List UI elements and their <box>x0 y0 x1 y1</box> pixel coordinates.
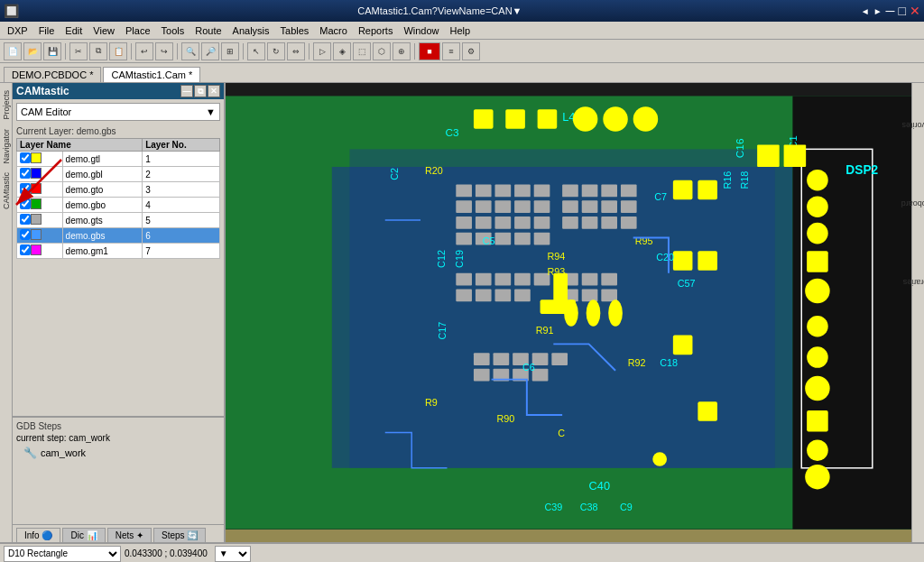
layer-checkbox-demo.gbo[interactable] <box>20 198 31 209</box>
canvas-area[interactable]: L4 C3 DSP2 C16 C1 R18 R16 <box>226 83 911 542</box>
tb-mirror[interactable]: ⇔ <box>287 42 305 60</box>
layer-row-demo.gbl[interactable]: demo.gbl2 <box>17 167 220 182</box>
svg-text:R91: R91 <box>536 325 554 336</box>
btab-info[interactable]: Info 🔵 <box>16 528 60 542</box>
shape-type-select[interactable]: D10 Rectangle <box>4 546 121 562</box>
layer-checkbox-demo.gts[interactable] <box>20 214 31 225</box>
tab-projects[interactable]: Projects <box>1 87 12 124</box>
menu-item-tables[interactable]: Tables <box>275 24 315 37</box>
nav-fwd[interactable]: ► <box>873 6 882 16</box>
tb-new[interactable]: 📄 <box>4 42 22 60</box>
minimize-btn[interactable]: ─ <box>886 4 895 18</box>
layer-row-demo.gto[interactable]: demo.gto3 <box>17 182 220 198</box>
tb-extra3[interactable]: ⬚ <box>353 42 371 60</box>
layer-checkbox-demo.gm1[interactable] <box>20 244 31 255</box>
menu-item-file[interactable]: File <box>33 24 60 37</box>
left-tabs: Projects Navigator CAMtastic <box>0 83 13 542</box>
tb-redo[interactable]: ↪ <box>155 42 173 60</box>
tab-camtastic[interactable]: CAMtastic1.Cam * <box>103 67 200 82</box>
svg-rect-97 <box>673 251 693 271</box>
tab-clipboard[interactable]: Clipboard <box>897 198 924 209</box>
layer-checkbox-demo.gto[interactable] <box>20 183 31 194</box>
svg-rect-69 <box>514 273 531 286</box>
layer-color-swatch-demo.gts <box>31 214 42 225</box>
tb-extra4[interactable]: ⬡ <box>373 42 391 60</box>
tb-rotate[interactable]: ↻ <box>267 42 285 60</box>
svg-rect-59 <box>582 200 598 213</box>
svg-text:C5: C5 <box>483 235 495 246</box>
svg-rect-100 <box>698 401 717 421</box>
shape-extra-select[interactable]: ▼ <box>215 546 251 562</box>
tb-extra5[interactable]: ⊕ <box>393 42 411 60</box>
panel-close-btn[interactable]: ✕ <box>208 85 220 97</box>
maximize-btn[interactable]: □ <box>899 4 906 18</box>
layer-checkbox-demo.gbl[interactable] <box>20 168 31 179</box>
tab-navigator[interactable]: Navigator <box>1 125 12 168</box>
tb-copy[interactable]: ⧉ <box>89 42 107 60</box>
menu-item-help[interactable]: Help <box>445 24 476 37</box>
svg-point-94 <box>608 299 623 326</box>
tab-camtastic-side[interactable]: CAMtastic <box>1 169 12 213</box>
layer-checkbox-demo.gtl[interactable] <box>20 152 31 163</box>
toolbars: 📄 📂 💾 ✂ ⧉ 📋 ↩ ↪ 🔍 🔎 ⊞ ↖ ↻ ⇔ ▷ ◈ ⬚ ⬡ ⊕ ■ … <box>0 40 924 83</box>
gdb-current-step: current step: cam_work <box>16 433 220 443</box>
layer-num-cell-demo.gto: 3 <box>143 182 220 198</box>
menu-item-edit[interactable]: Edit <box>60 24 88 37</box>
tb-undo[interactable]: ↩ <box>135 42 153 60</box>
btab-nets[interactable]: Nets ✦ <box>107 528 152 542</box>
svg-rect-38 <box>534 185 550 198</box>
main-area: Projects Navigator CAMtastic CAMtastic —… <box>0 83 924 542</box>
tb-paste[interactable]: 📋 <box>109 42 127 60</box>
tb-fit[interactable]: ⊞ <box>221 42 239 60</box>
tb-save[interactable]: 💾 <box>43 42 61 60</box>
layer-check-cell-demo.gbs <box>17 228 63 244</box>
menu-item-macro[interactable]: Macro <box>314 24 353 37</box>
layer-spacer <box>13 272 224 417</box>
layer-checkbox-demo.gbs[interactable] <box>20 229 31 240</box>
menu-item-analysis[interactable]: Analysis <box>227 24 275 37</box>
menu-item-route[interactable]: Route <box>189 24 226 37</box>
layer-row-demo.gbo[interactable]: demo.gbo4 <box>17 198 220 213</box>
close-btn[interactable]: ✕ <box>910 4 920 18</box>
nav-back[interactable]: ◄ <box>861 6 870 16</box>
layer-row-demo.gts[interactable]: demo.gts5 <box>17 213 220 228</box>
menu-item-dxp[interactable]: DXP <box>2 24 33 37</box>
tb-extra1[interactable]: ▷ <box>313 42 331 60</box>
svg-rect-51 <box>495 233 512 245</box>
tb-select[interactable]: ↖ <box>247 42 265 60</box>
tb-extra6[interactable]: ■ <box>419 42 440 60</box>
tab-favorites[interactable]: Favorites <box>898 120 924 131</box>
svg-point-28 <box>807 316 828 337</box>
btab-dic[interactable]: Dic 📊 <box>62 528 105 542</box>
panel-minimize-btn[interactable]: — <box>180 85 193 97</box>
menu-item-place[interactable]: Place <box>120 24 156 37</box>
tb-zoom-in[interactable]: 🔍 <box>181 42 199 60</box>
svg-point-25 <box>807 223 828 244</box>
menu-item-reports[interactable]: Reports <box>353 24 399 37</box>
tb-open[interactable]: 📂 <box>23 42 42 60</box>
tb-extra7[interactable]: ≡ <box>442 42 460 60</box>
svg-text:R16: R16 <box>722 171 733 189</box>
right-strip: Favorites Clipboard Libraries <box>911 83 924 542</box>
tb-extra2[interactable]: ◈ <box>333 42 351 60</box>
svg-point-20 <box>633 106 658 131</box>
svg-text:C18: C18 <box>660 357 678 368</box>
gdb-item-cam-work[interactable]: 🔧 cam_work <box>23 447 220 459</box>
menu-item-window[interactable]: Window <box>398 24 444 37</box>
tb-cut[interactable]: ✂ <box>69 42 88 60</box>
layer-row-demo.gtl[interactable]: demo.gtl1 <box>17 152 220 167</box>
layer-row-demo.gbs[interactable]: demo.gbs6 <box>17 228 220 244</box>
cam-editor-dropdown[interactable]: CAM Editor ▼ <box>16 103 220 121</box>
tb-extra8[interactable]: ⚙ <box>462 42 480 60</box>
tb-zoom-out[interactable]: 🔎 <box>201 42 219 60</box>
tab-libraries[interactable]: Libraries <box>899 277 924 288</box>
svg-rect-71 <box>456 289 472 301</box>
btab-steps[interactable]: Steps 🔄 <box>153 528 206 542</box>
tab-demo-pcbdoc[interactable]: DEMO.PCBDOC * <box>4 67 101 82</box>
layer-name-cell-demo.gm1: demo.gm1 <box>62 244 143 259</box>
svg-text:C16: C16 <box>734 138 745 158</box>
menu-item-view[interactable]: View <box>88 24 120 37</box>
panel-float-btn[interactable]: ⧉ <box>194 85 207 97</box>
layer-row-demo.gm1[interactable]: demo.gm17 <box>17 244 220 259</box>
menu-item-tools[interactable]: Tools <box>156 24 190 37</box>
